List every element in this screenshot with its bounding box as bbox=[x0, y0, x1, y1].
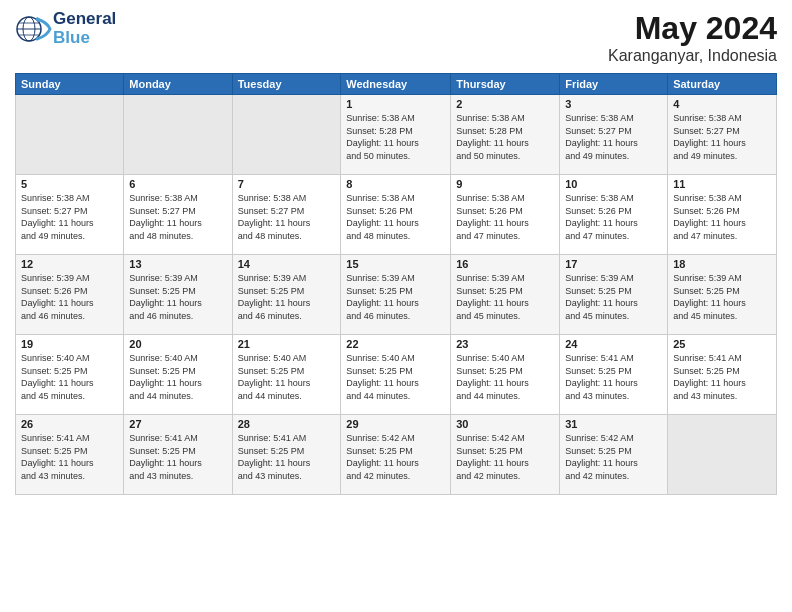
day-info: Sunrise: 5:40 AM Sunset: 5:25 PM Dayligh… bbox=[238, 352, 336, 402]
title-block: May 2024 Karanganyar, Indonesia bbox=[608, 10, 777, 65]
day-number: 31 bbox=[565, 418, 662, 430]
day-info: Sunrise: 5:38 AM Sunset: 5:28 PM Dayligh… bbox=[456, 112, 554, 162]
day-number: 16 bbox=[456, 258, 554, 270]
day-number: 29 bbox=[346, 418, 445, 430]
day-info: Sunrise: 5:40 AM Sunset: 5:25 PM Dayligh… bbox=[456, 352, 554, 402]
day-number: 21 bbox=[238, 338, 336, 350]
day-info: Sunrise: 5:42 AM Sunset: 5:25 PM Dayligh… bbox=[565, 432, 662, 482]
weekday-header-sunday: Sunday bbox=[16, 74, 124, 95]
day-info: Sunrise: 5:38 AM Sunset: 5:27 PM Dayligh… bbox=[21, 192, 118, 242]
day-cell-21: 21Sunrise: 5:40 AM Sunset: 5:25 PM Dayli… bbox=[232, 335, 341, 415]
day-info: Sunrise: 5:38 AM Sunset: 5:26 PM Dayligh… bbox=[565, 192, 662, 242]
logo: General Blue bbox=[15, 10, 116, 47]
day-number: 13 bbox=[129, 258, 226, 270]
day-number: 17 bbox=[565, 258, 662, 270]
day-info: Sunrise: 5:38 AM Sunset: 5:26 PM Dayligh… bbox=[673, 192, 771, 242]
week-row-3: 12Sunrise: 5:39 AM Sunset: 5:26 PM Dayli… bbox=[16, 255, 777, 335]
logo-blue: Blue bbox=[53, 29, 116, 48]
logo-general: General bbox=[53, 10, 116, 29]
page-subtitle: Karanganyar, Indonesia bbox=[608, 47, 777, 65]
day-info: Sunrise: 5:39 AM Sunset: 5:25 PM Dayligh… bbox=[129, 272, 226, 322]
day-number: 3 bbox=[565, 98, 662, 110]
day-cell-12: 12Sunrise: 5:39 AM Sunset: 5:26 PM Dayli… bbox=[16, 255, 124, 335]
day-cell-empty bbox=[232, 95, 341, 175]
day-number: 27 bbox=[129, 418, 226, 430]
page-title: May 2024 bbox=[608, 10, 777, 47]
day-cell-14: 14Sunrise: 5:39 AM Sunset: 5:25 PM Dayli… bbox=[232, 255, 341, 335]
day-number: 1 bbox=[346, 98, 445, 110]
day-cell-6: 6Sunrise: 5:38 AM Sunset: 5:27 PM Daylig… bbox=[124, 175, 232, 255]
day-cell-19: 19Sunrise: 5:40 AM Sunset: 5:25 PM Dayli… bbox=[16, 335, 124, 415]
week-row-2: 5Sunrise: 5:38 AM Sunset: 5:27 PM Daylig… bbox=[16, 175, 777, 255]
globe-icon bbox=[15, 14, 53, 44]
day-number: 26 bbox=[21, 418, 118, 430]
day-number: 7 bbox=[238, 178, 336, 190]
day-info: Sunrise: 5:39 AM Sunset: 5:25 PM Dayligh… bbox=[565, 272, 662, 322]
day-info: Sunrise: 5:38 AM Sunset: 5:28 PM Dayligh… bbox=[346, 112, 445, 162]
day-cell-17: 17Sunrise: 5:39 AM Sunset: 5:25 PM Dayli… bbox=[560, 255, 668, 335]
day-cell-20: 20Sunrise: 5:40 AM Sunset: 5:25 PM Dayli… bbox=[124, 335, 232, 415]
calendar-table: SundayMondayTuesdayWednesdayThursdayFrid… bbox=[15, 73, 777, 495]
day-info: Sunrise: 5:41 AM Sunset: 5:25 PM Dayligh… bbox=[565, 352, 662, 402]
day-cell-27: 27Sunrise: 5:41 AM Sunset: 5:25 PM Dayli… bbox=[124, 415, 232, 495]
week-row-1: 1Sunrise: 5:38 AM Sunset: 5:28 PM Daylig… bbox=[16, 95, 777, 175]
page: General Blue May 2024 Karanganyar, Indon… bbox=[0, 0, 792, 612]
day-info: Sunrise: 5:39 AM Sunset: 5:25 PM Dayligh… bbox=[456, 272, 554, 322]
day-number: 9 bbox=[456, 178, 554, 190]
day-cell-18: 18Sunrise: 5:39 AM Sunset: 5:25 PM Dayli… bbox=[668, 255, 777, 335]
day-number: 20 bbox=[129, 338, 226, 350]
day-number: 23 bbox=[456, 338, 554, 350]
day-cell-10: 10Sunrise: 5:38 AM Sunset: 5:26 PM Dayli… bbox=[560, 175, 668, 255]
day-number: 19 bbox=[21, 338, 118, 350]
day-number: 10 bbox=[565, 178, 662, 190]
day-cell-13: 13Sunrise: 5:39 AM Sunset: 5:25 PM Dayli… bbox=[124, 255, 232, 335]
day-info: Sunrise: 5:40 AM Sunset: 5:25 PM Dayligh… bbox=[21, 352, 118, 402]
day-number: 11 bbox=[673, 178, 771, 190]
day-number: 5 bbox=[21, 178, 118, 190]
day-info: Sunrise: 5:39 AM Sunset: 5:26 PM Dayligh… bbox=[21, 272, 118, 322]
day-cell-2: 2Sunrise: 5:38 AM Sunset: 5:28 PM Daylig… bbox=[451, 95, 560, 175]
day-cell-25: 25Sunrise: 5:41 AM Sunset: 5:25 PM Dayli… bbox=[668, 335, 777, 415]
day-cell-1: 1Sunrise: 5:38 AM Sunset: 5:28 PM Daylig… bbox=[341, 95, 451, 175]
day-number: 30 bbox=[456, 418, 554, 430]
day-number: 2 bbox=[456, 98, 554, 110]
day-info: Sunrise: 5:41 AM Sunset: 5:25 PM Dayligh… bbox=[673, 352, 771, 402]
day-cell-24: 24Sunrise: 5:41 AM Sunset: 5:25 PM Dayli… bbox=[560, 335, 668, 415]
day-cell-28: 28Sunrise: 5:41 AM Sunset: 5:25 PM Dayli… bbox=[232, 415, 341, 495]
day-cell-23: 23Sunrise: 5:40 AM Sunset: 5:25 PM Dayli… bbox=[451, 335, 560, 415]
day-cell-22: 22Sunrise: 5:40 AM Sunset: 5:25 PM Dayli… bbox=[341, 335, 451, 415]
day-cell-29: 29Sunrise: 5:42 AM Sunset: 5:25 PM Dayli… bbox=[341, 415, 451, 495]
day-info: Sunrise: 5:38 AM Sunset: 5:27 PM Dayligh… bbox=[238, 192, 336, 242]
day-cell-31: 31Sunrise: 5:42 AM Sunset: 5:25 PM Dayli… bbox=[560, 415, 668, 495]
day-cell-7: 7Sunrise: 5:38 AM Sunset: 5:27 PM Daylig… bbox=[232, 175, 341, 255]
day-number: 15 bbox=[346, 258, 445, 270]
day-number: 22 bbox=[346, 338, 445, 350]
day-info: Sunrise: 5:38 AM Sunset: 5:26 PM Dayligh… bbox=[456, 192, 554, 242]
day-cell-5: 5Sunrise: 5:38 AM Sunset: 5:27 PM Daylig… bbox=[16, 175, 124, 255]
day-cell-11: 11Sunrise: 5:38 AM Sunset: 5:26 PM Dayli… bbox=[668, 175, 777, 255]
day-number: 28 bbox=[238, 418, 336, 430]
day-number: 12 bbox=[21, 258, 118, 270]
week-row-4: 19Sunrise: 5:40 AM Sunset: 5:25 PM Dayli… bbox=[16, 335, 777, 415]
header: General Blue May 2024 Karanganyar, Indon… bbox=[15, 10, 777, 65]
day-info: Sunrise: 5:42 AM Sunset: 5:25 PM Dayligh… bbox=[346, 432, 445, 482]
day-number: 24 bbox=[565, 338, 662, 350]
day-info: Sunrise: 5:41 AM Sunset: 5:25 PM Dayligh… bbox=[129, 432, 226, 482]
day-info: Sunrise: 5:41 AM Sunset: 5:25 PM Dayligh… bbox=[238, 432, 336, 482]
day-number: 8 bbox=[346, 178, 445, 190]
day-info: Sunrise: 5:42 AM Sunset: 5:25 PM Dayligh… bbox=[456, 432, 554, 482]
day-info: Sunrise: 5:38 AM Sunset: 5:27 PM Dayligh… bbox=[673, 112, 771, 162]
day-cell-16: 16Sunrise: 5:39 AM Sunset: 5:25 PM Dayli… bbox=[451, 255, 560, 335]
day-info: Sunrise: 5:40 AM Sunset: 5:25 PM Dayligh… bbox=[346, 352, 445, 402]
day-number: 14 bbox=[238, 258, 336, 270]
day-info: Sunrise: 5:38 AM Sunset: 5:27 PM Dayligh… bbox=[129, 192, 226, 242]
weekday-header-friday: Friday bbox=[560, 74, 668, 95]
day-cell-30: 30Sunrise: 5:42 AM Sunset: 5:25 PM Dayli… bbox=[451, 415, 560, 495]
day-info: Sunrise: 5:38 AM Sunset: 5:27 PM Dayligh… bbox=[565, 112, 662, 162]
logo-text-block: General Blue bbox=[53, 10, 116, 47]
day-info: Sunrise: 5:39 AM Sunset: 5:25 PM Dayligh… bbox=[673, 272, 771, 322]
day-cell-8: 8Sunrise: 5:38 AM Sunset: 5:26 PM Daylig… bbox=[341, 175, 451, 255]
day-number: 25 bbox=[673, 338, 771, 350]
day-cell-3: 3Sunrise: 5:38 AM Sunset: 5:27 PM Daylig… bbox=[560, 95, 668, 175]
week-row-5: 26Sunrise: 5:41 AM Sunset: 5:25 PM Dayli… bbox=[16, 415, 777, 495]
